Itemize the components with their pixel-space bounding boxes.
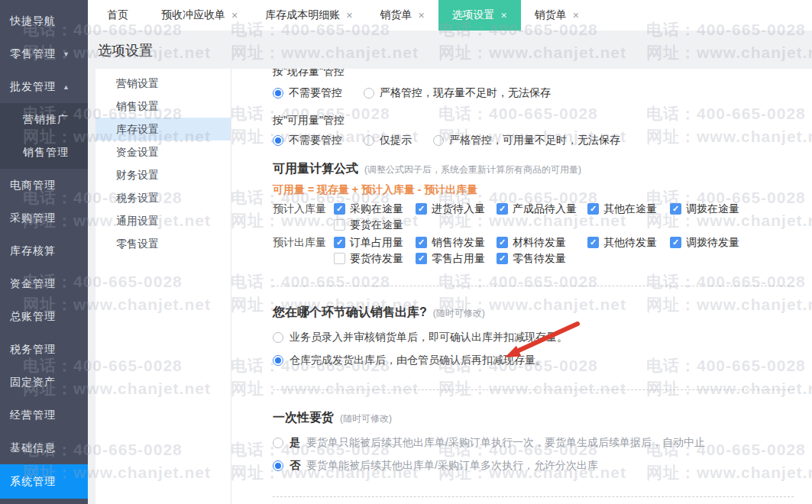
sidebar-item-retail[interactable]: 零售管理▼: [0, 37, 88, 70]
radio-no-control[interactable]: 不需要管控: [273, 86, 342, 100]
close-icon[interactable]: ×: [231, 10, 238, 21]
tab-label: 销货单: [380, 8, 412, 22]
radio-description: 要货单只能被后续其他出库单/采购订单执行一次，要货单生成后续单据后，自动中止: [306, 436, 705, 450]
radio-warehouse-confirm-outbound[interactable]: 仓库完成发货出库后，由仓管员确认后再扣减现存量。: [273, 354, 794, 367]
checkbox-transfer-pending-out[interactable]: ✓调拨待发量: [670, 234, 739, 250]
check-icon: ✓: [590, 205, 597, 213]
radio-no-control[interactable]: 不需要管控: [273, 134, 342, 147]
settings-menu-funds[interactable]: 资金设置: [95, 141, 231, 163]
sidebar-item-sales-mgmt[interactable]: 销售管理: [0, 136, 88, 169]
radio-strict-control[interactable]: 严格管控，现存量不足时，无法保存: [364, 86, 551, 100]
checkbox-icon: ✓: [670, 237, 681, 248]
sidebar: 快捷导航 零售管理▼ 批发管理▲ 营销推广 销售管理 电商管理 采购管理 库存核…: [0, 0, 88, 504]
tab-option-settings[interactable]: 选项设置×: [438, 0, 521, 31]
sidebar-item-marketing-promo[interactable]: 营销推广: [0, 103, 88, 136]
sidebar-item-general-ledger[interactable]: 总账管理: [0, 300, 88, 333]
settings-content: 按"现存量"管控 不需要管控 严格管控，现存量不足时，无法保存 按"可用量"管控…: [231, 69, 812, 504]
tab-inventory-cost-detail[interactable]: 库存成本明细账×: [251, 0, 366, 31]
radio-tip-only[interactable]: 仅提示: [364, 134, 412, 147]
close-icon[interactable]: ×: [501, 10, 507, 21]
checkbox-material-pending-out[interactable]: ✓材料待发量: [497, 234, 587, 250]
checkbox-sales-pending-out[interactable]: ✓销售待发量: [416, 234, 497, 250]
divider: [273, 496, 794, 497]
settings-menu-sales[interactable]: 销售设置: [95, 95, 231, 118]
checkbox-label: 材料待发量: [513, 236, 566, 250]
checkbox-icon: ✓: [670, 203, 681, 215]
one-time-request-title: 一次性要货: [273, 411, 334, 424]
page-title: 选项设置: [98, 41, 153, 60]
checkbox-other-pending-out[interactable]: ✓其他待发量: [587, 234, 670, 250]
checkbox-icon: ✓: [334, 237, 345, 248]
radio-icon: [273, 332, 283, 343]
sidebar-item-ecommerce[interactable]: 电商管理: [0, 169, 88, 202]
sidebar-item-wholesale[interactable]: 批发管理▲: [0, 70, 88, 103]
radio-clerk-confirm-outbound[interactable]: 业务员录入并审核销货单后，即可确认出库并扣减现存量。: [273, 331, 794, 344]
radio-one-time-no[interactable]: 否要货单能被后续其他出库单/采购订单多次执行，允许分次出库: [273, 459, 794, 473]
check-icon: ✓: [672, 205, 679, 213]
settings-menu-finance[interactable]: 财务设置: [95, 163, 231, 186]
sidebar-item-quick-nav[interactable]: 快捷导航: [0, 5, 88, 37]
inbound-qty-label: 预计入库量: [273, 201, 334, 233]
checkbox-retail-occupied[interactable]: ✓零售占用量: [416, 250, 497, 267]
checkbox-incoming-pending[interactable]: ✓进货待入量: [416, 201, 497, 217]
check-icon: ✓: [418, 205, 425, 213]
sales-confirm-section-head: 您在哪个环节确认销售出库?(随时可修改): [273, 304, 794, 321]
close-icon[interactable]: ×: [346, 10, 352, 21]
checkbox-purchase-in-transit[interactable]: ✓采购在途量: [334, 201, 416, 217]
checkbox-label: 零售待发量: [513, 252, 566, 266]
sales-confirm-note: (随时可修改): [433, 308, 485, 318]
checkbox-order-occupied[interactable]: ✓订单占用量: [334, 234, 416, 250]
chevron-up-icon: ▲: [63, 83, 70, 91]
settings-menu-general[interactable]: 通用设置: [95, 209, 231, 232]
radio-icon: [273, 88, 283, 99]
check-icon: ✓: [672, 238, 679, 247]
tab-sales-order-1[interactable]: 销货单×: [366, 0, 438, 31]
settings-menu-tax[interactable]: 税务设置: [95, 186, 231, 209]
sidebar-item-inventory-accounting[interactable]: 库存核算: [0, 234, 88, 267]
stock-control-label: 按"现存量"管控: [273, 69, 794, 79]
divider: [273, 286, 794, 286]
checkbox-other-in-transit[interactable]: ✓其他在途量: [587, 201, 670, 217]
tab-label: 首页: [107, 8, 128, 22]
check-icon: ✓: [499, 254, 506, 263]
radio-one-time-yes[interactable]: 是要货单只能被后续其他出库单/采购订单执行一次，要货单生成后续单据后，自动中止: [273, 436, 794, 450]
settings-menu-retail[interactable]: 零售设置: [95, 232, 231, 255]
settings-menu-inventory[interactable]: 库存设置: [95, 118, 231, 141]
sidebar-item-system-mgmt[interactable]: 系统管理: [0, 464, 88, 499]
available-qty-formula: 可用量 = 现存量 + 预计入库量 - 预计出库量: [273, 183, 794, 196]
checkbox-label: 采购在途量: [350, 202, 403, 216]
sidebar-item-fixed-assets[interactable]: 固定资产: [0, 366, 88, 399]
checkbox-label: 要货待发量: [350, 252, 403, 266]
radio-icon: [273, 135, 283, 146]
checkbox-retail-pending-out[interactable]: ✓零售待发量: [497, 250, 587, 267]
radio-label: 否: [290, 459, 300, 473]
tab-home[interactable]: 首页: [88, 0, 147, 31]
radio-label: 仅提示: [380, 134, 412, 147]
checkbox-label: 销售待发量: [432, 236, 485, 250]
radio-label: 不需要管控: [289, 86, 342, 100]
inbound-qty-checkboxes: ✓采购在途量 ✓进货待入量 ✓产成品待入量 ✓其他在途量 ✓调拨在途量 ✓要货在…: [334, 201, 739, 233]
checkbox-icon: ✓: [334, 203, 345, 215]
tab-label: 销货单: [535, 8, 567, 22]
radio-description: 要货单能被后续其他出库单/采购订单多次执行，允许分次出库: [306, 459, 598, 473]
sidebar-item-purchase[interactable]: 采购管理: [0, 202, 88, 234]
sidebar-item-funds[interactable]: 资金管理: [0, 267, 88, 300]
sidebar-item-tax[interactable]: 税务管理: [0, 333, 88, 366]
checkbox-label: 进货待入量: [432, 202, 485, 216]
radio-label: 是: [290, 436, 300, 450]
sidebar-item-operations[interactable]: 经营管理: [0, 399, 88, 431]
outbound-qty-label: 预计出库量: [273, 234, 334, 267]
settings-menu-marketing[interactable]: 营销设置: [95, 72, 231, 95]
close-icon[interactable]: ×: [573, 10, 579, 21]
radio-strict-control[interactable]: 严格管控，可用量不足时，无法保存: [433, 134, 620, 147]
checkbox-finished-goods-pending[interactable]: ✓产成品待入量: [497, 201, 587, 217]
checkbox-transfer-in-transit[interactable]: ✓调拨在途量: [670, 201, 739, 217]
tab-sales-order-2[interactable]: 销货单×: [521, 0, 593, 31]
tab-prepaid-writeoff[interactable]: 预收冲应收单×: [147, 0, 251, 31]
close-icon[interactable]: ×: [418, 10, 424, 21]
sidebar-item-base-info[interactable]: 基础信息: [0, 431, 88, 464]
checkbox-request-in-transit[interactable]: ✓要货在途量: [334, 217, 416, 233]
checkbox-label: 零售占用量: [432, 252, 485, 266]
checkbox-request-pending-out[interactable]: ✓要货待发量: [334, 250, 416, 267]
checkbox-label: 订单占用量: [350, 236, 403, 250]
